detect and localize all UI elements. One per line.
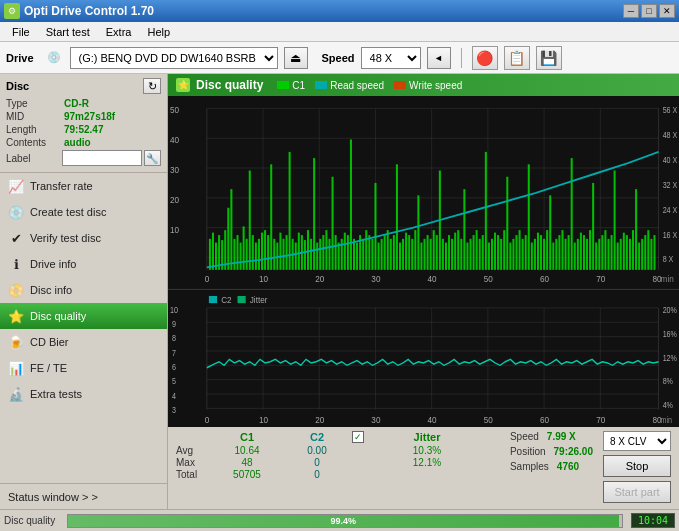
svg-text:Jitter: Jitter	[250, 294, 268, 305]
drive-select[interactable]: (G:) BENQ DVD DD DW1640 BSRB	[70, 47, 278, 69]
copy-button[interactable]: 📋	[504, 46, 530, 70]
max-label: Max	[176, 457, 212, 468]
svg-rect-129	[555, 239, 557, 270]
svg-rect-137	[580, 233, 582, 270]
toolbar: Drive 💿 (G:) BENQ DVD DD DW1640 BSRB ⏏ S…	[0, 42, 679, 74]
content-area: ⭐ Disc quality C1 Read speed Write speed	[168, 74, 679, 509]
status-window-item[interactable]: Status window > >	[0, 483, 167, 509]
speed-stat-value: 7.99 X	[547, 431, 576, 442]
record-button[interactable]: 🔴	[472, 46, 498, 70]
save-button[interactable]: 💾	[536, 46, 562, 70]
svg-rect-136	[577, 239, 579, 270]
svg-text:3: 3	[172, 405, 176, 415]
svg-text:0: 0	[205, 414, 210, 425]
clv-select[interactable]: 8 X CLV 4 X CLV 2 X CLV	[603, 431, 671, 451]
separator	[461, 48, 462, 68]
drive-label: Drive	[6, 52, 34, 64]
sidebar-item-create-test-disc[interactable]: 💿 Create test disc	[0, 199, 167, 225]
svg-text:70: 70	[596, 414, 605, 425]
svg-rect-28	[246, 239, 248, 270]
menu-extra[interactable]: Extra	[98, 24, 140, 40]
sidebar-item-cd-bier[interactable]: 🍺 CD Bier	[0, 329, 167, 355]
svg-rect-87	[427, 235, 429, 270]
max-c2: 0	[282, 457, 352, 468]
sidebar-item-extra-tests[interactable]: 🔬 Extra tests	[0, 381, 167, 407]
svg-rect-37	[273, 239, 275, 270]
type-label: Type	[6, 98, 64, 109]
svg-rect-133	[568, 235, 570, 270]
nav-items: 📈 Transfer rate 💿 Create test disc ✔ Ver…	[0, 173, 167, 483]
sidebar-item-disc-quality[interactable]: ⭐ Disc quality	[0, 303, 167, 329]
progress-text: 99.4%	[331, 516, 357, 526]
sidebar-item-verify-test-disc[interactable]: ✔ Verify test disc	[0, 225, 167, 251]
minimize-button[interactable]: ─	[623, 4, 639, 18]
svg-rect-82	[411, 239, 413, 270]
svg-rect-74	[387, 230, 389, 270]
samples-value: 4760	[557, 461, 579, 472]
verify-test-disc-label: Verify test disc	[30, 232, 101, 244]
svg-rect-62	[350, 139, 352, 269]
mid-label: MID	[6, 111, 64, 122]
svg-rect-153	[629, 239, 631, 270]
svg-text:10: 10	[259, 414, 268, 425]
stop-button[interactable]: Stop	[603, 455, 671, 477]
svg-text:40: 40	[428, 414, 437, 425]
svg-rect-63	[353, 239, 355, 270]
label-icon-button[interactable]: 🔧	[144, 150, 161, 166]
sidebar-item-fe-te[interactable]: 📊 FE / TE	[0, 355, 167, 381]
svg-rect-34	[264, 230, 266, 270]
svg-rect-33	[261, 233, 263, 270]
speed-stat-label: Speed	[510, 431, 539, 442]
svg-rect-50	[313, 158, 315, 270]
eject-button[interactable]: ⏏	[284, 47, 308, 69]
jitter-checkbox[interactable]: ✓	[352, 431, 364, 443]
svg-rect-109	[494, 233, 496, 270]
sidebar-item-drive-info[interactable]: ℹ Drive info	[0, 251, 167, 277]
arrow-left-button[interactable]: ◄	[427, 47, 451, 69]
svg-text:20: 20	[170, 194, 179, 205]
svg-rect-93	[445, 243, 447, 270]
menu-file[interactable]: File	[4, 24, 38, 40]
total-jitter	[392, 469, 462, 480]
svg-rect-83	[414, 230, 416, 270]
avg-jitter: 10.3%	[392, 445, 462, 456]
disc-quality-label: Disc quality	[30, 310, 86, 322]
maximize-button[interactable]: □	[641, 4, 657, 18]
sidebar-item-disc-info[interactable]: 📀 Disc info	[0, 277, 167, 303]
length-label: Length	[6, 124, 64, 135]
svg-rect-48	[307, 230, 309, 270]
svg-text:30: 30	[170, 164, 179, 175]
svg-rect-124	[540, 235, 542, 270]
svg-rect-161	[653, 235, 655, 270]
svg-rect-143	[598, 239, 600, 270]
charts-container: 50 40 30 20 10 56 X 48 X 40 X 32 X 24 X …	[168, 96, 679, 427]
svg-rect-185	[209, 295, 217, 302]
svg-text:4: 4	[172, 391, 177, 401]
svg-rect-108	[491, 239, 493, 270]
menu-help[interactable]: Help	[139, 24, 178, 40]
svg-rect-35	[267, 235, 269, 270]
close-button[interactable]: ✕	[659, 4, 675, 18]
label-input[interactable]	[62, 150, 142, 166]
svg-rect-55	[328, 239, 330, 270]
bottom-chart: C2 Jitter	[168, 290, 679, 428]
disc-panel: Disc ↻ Type CD-R MID 97m27s18f Length 79…	[0, 74, 167, 173]
speed-select[interactable]: 48 X40 X32 X16 X	[361, 47, 421, 69]
svg-text:40: 40	[428, 274, 437, 285]
extra-tests-label: Extra tests	[30, 388, 82, 400]
mid-value: 97m27s18f	[64, 111, 115, 122]
start-part-button[interactable]: Start part	[603, 481, 671, 503]
disc-refresh-button[interactable]: ↻	[143, 78, 161, 94]
progress-container: 99.4%	[67, 514, 623, 528]
avg-c1: 10.64	[212, 445, 282, 456]
menu-start-test[interactable]: Start test	[38, 24, 98, 40]
svg-text:min: min	[661, 274, 674, 285]
svg-rect-39	[279, 233, 281, 270]
time-display: 10:04	[631, 513, 675, 528]
svg-rect-78	[399, 243, 401, 270]
svg-text:0: 0	[205, 274, 210, 285]
svg-rect-120	[528, 164, 530, 270]
svg-rect-150	[620, 239, 622, 270]
sidebar-item-transfer-rate[interactable]: 📈 Transfer rate	[0, 173, 167, 199]
svg-rect-24	[233, 239, 235, 270]
